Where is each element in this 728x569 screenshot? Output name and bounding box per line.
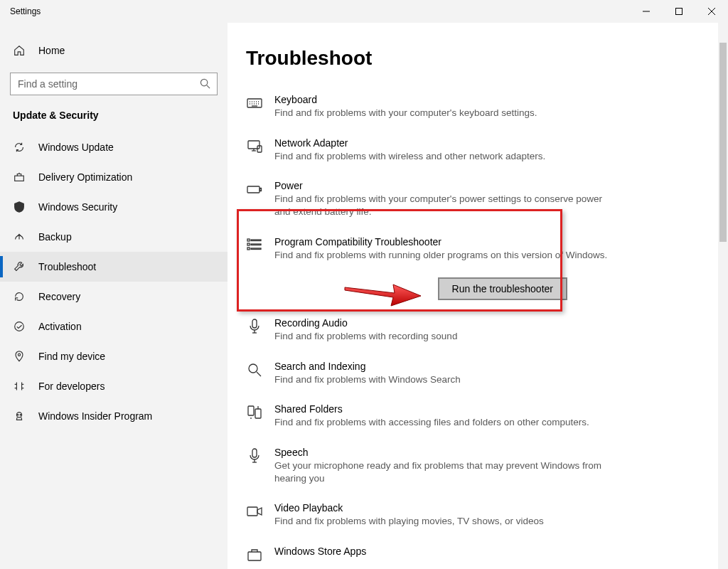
sidebar-item-label: Backup <box>38 231 72 243</box>
ts-item-search-indexing[interactable]: Search and Indexing Find and fix problem… <box>246 355 630 392</box>
ts-title: Network Adapter <box>274 137 617 149</box>
ts-item-shared-folders[interactable]: Shared Folders Find and fix problems wit… <box>246 398 630 435</box>
svg-point-39 <box>249 364 257 373</box>
sidebar-nav: Windows Update Delivery Optimization Win… <box>0 132 228 431</box>
title-bar: Settings <box>0 0 728 23</box>
svg-point-8 <box>18 353 20 356</box>
microphone-icon <box>246 317 263 335</box>
list-check-icon <box>246 236 263 254</box>
home-icon <box>13 44 26 57</box>
svg-rect-48 <box>247 507 257 516</box>
sidebar-item-label: Windows Security <box>38 201 117 213</box>
sidebar-item-backup[interactable]: Backup <box>0 222 228 252</box>
svg-rect-35 <box>251 248 261 250</box>
ts-desc: Find and fix problems with playing movie… <box>274 515 617 528</box>
sidebar-item-label: Windows Insider Program <box>38 410 152 422</box>
sidebar-item-label: For developers <box>38 381 105 392</box>
run-troubleshooter-button[interactable]: Run the troubleshooter <box>438 277 567 300</box>
window-controls <box>630 0 728 23</box>
ts-item-speech[interactable]: Speech Get your microphone ready and fix… <box>246 441 630 491</box>
sidebar-item-delivery-optimization[interactable]: Delivery Optimization <box>0 162 228 192</box>
ts-desc: Find and fix problems with Windows Searc… <box>274 373 617 386</box>
video-icon <box>246 502 263 520</box>
ts-desc: Find and fix problems with your computer… <box>274 107 617 119</box>
sidebar-item-find-my-device[interactable]: Find my device <box>0 341 228 371</box>
delivery-icon <box>13 171 26 184</box>
main-layout: Home Update & Security Windows Update De… <box>0 23 728 569</box>
nav-home-label: Home <box>38 45 65 56</box>
scrollbar-thumb[interactable] <box>719 43 727 242</box>
wrench-icon <box>13 260 26 273</box>
keyboard-icon <box>246 94 263 112</box>
minimize-icon <box>643 8 650 15</box>
ts-item-keyboard[interactable]: Keyboard Find and fix problems with your… <box>246 88 630 125</box>
content-pane: Troubleshoot Keyboard Find and fix probl… <box>228 23 728 569</box>
svg-rect-32 <box>247 243 250 245</box>
sidebar-item-recovery[interactable]: Recovery <box>0 282 228 312</box>
backup-icon <box>13 230 26 243</box>
sidebar-item-for-developers[interactable]: For developers <box>0 371 228 401</box>
ts-title: Recording Audio <box>274 317 617 329</box>
ts-item-video-playback[interactable]: Video Playback Find and fix problems wit… <box>246 496 630 533</box>
ts-title: Search and Indexing <box>274 361 617 372</box>
sidebar-item-windows-update[interactable]: Windows Update <box>0 132 228 162</box>
store-icon <box>246 546 263 563</box>
sidebar-item-label: Activation <box>38 321 82 332</box>
search-icon <box>246 361 263 378</box>
insider-icon <box>13 410 26 422</box>
sidebar-item-label: Windows Update <box>38 142 114 153</box>
ts-item-power[interactable]: Power Find and fix problems with your co… <box>246 174 630 224</box>
scrollbar[interactable] <box>718 23 728 569</box>
ts-title: Windows Store Apps <box>274 546 617 557</box>
svg-line-5 <box>207 85 210 88</box>
microphone-icon <box>246 447 263 464</box>
ts-desc: Get your microphone ready and fix proble… <box>274 459 617 485</box>
sidebar-item-label: Delivery Optimization <box>38 171 132 183</box>
ts-title: Shared Folders <box>274 403 617 415</box>
close-button[interactable] <box>695 0 728 23</box>
svg-rect-41 <box>248 406 254 415</box>
sidebar-item-windows-security[interactable]: Windows Security <box>0 192 228 222</box>
ts-item-windows-store-apps[interactable]: Windows Store Apps <box>246 540 630 569</box>
svg-point-11 <box>20 415 21 415</box>
developer-icon <box>13 380 26 393</box>
search-icon <box>200 78 210 92</box>
battery-icon <box>246 180 263 198</box>
svg-point-10 <box>18 415 18 415</box>
svg-rect-49 <box>248 552 261 560</box>
ts-desc: Find and fix problems with wireless and … <box>274 150 617 163</box>
sync-icon <box>13 141 26 154</box>
page-title: Troubleshoot <box>228 47 728 88</box>
sidebar-item-windows-insider-program[interactable]: Windows Insider Program <box>0 401 228 431</box>
sidebar-item-label: Find my device <box>38 351 105 362</box>
svg-rect-30 <box>247 239 250 241</box>
ts-item-recording-audio[interactable]: Recording Audio Find and fix problems wi… <box>246 312 630 349</box>
shared-folder-icon <box>246 403 263 421</box>
svg-rect-33 <box>251 244 261 245</box>
search-input[interactable] <box>10 73 218 95</box>
ts-item-program-compatibility[interactable]: Program Compatibility Troubleshooter Fin… <box>246 230 630 306</box>
ts-desc: Find and fix problems with recording sou… <box>274 330 617 343</box>
svg-rect-34 <box>247 248 250 250</box>
window-title: Settings <box>10 6 41 16</box>
network-adapter-icon <box>246 137 263 155</box>
maximize-button[interactable] <box>663 0 695 23</box>
nav-home[interactable]: Home <box>0 38 228 63</box>
recovery-icon <box>13 290 26 303</box>
svg-point-4 <box>200 79 207 85</box>
svg-point-7 <box>15 322 24 331</box>
svg-rect-45 <box>252 449 257 457</box>
maximize-icon <box>675 8 682 15</box>
svg-rect-6 <box>15 176 24 181</box>
sidebar-item-activation[interactable]: Activation <box>0 312 228 341</box>
ts-title: Speech <box>274 447 617 458</box>
svg-rect-29 <box>260 188 262 191</box>
svg-rect-1 <box>676 9 682 15</box>
sidebar-item-troubleshoot[interactable]: Troubleshoot <box>0 252 228 282</box>
svg-line-40 <box>257 372 261 376</box>
ts-item-network-adapter[interactable]: Network Adapter Find and fix problems wi… <box>246 132 630 169</box>
check-circle-icon <box>13 320 26 333</box>
ts-desc: Find and fix problems with accessing fil… <box>274 416 617 429</box>
minimize-button[interactable] <box>630 0 663 23</box>
location-icon <box>13 350 26 363</box>
